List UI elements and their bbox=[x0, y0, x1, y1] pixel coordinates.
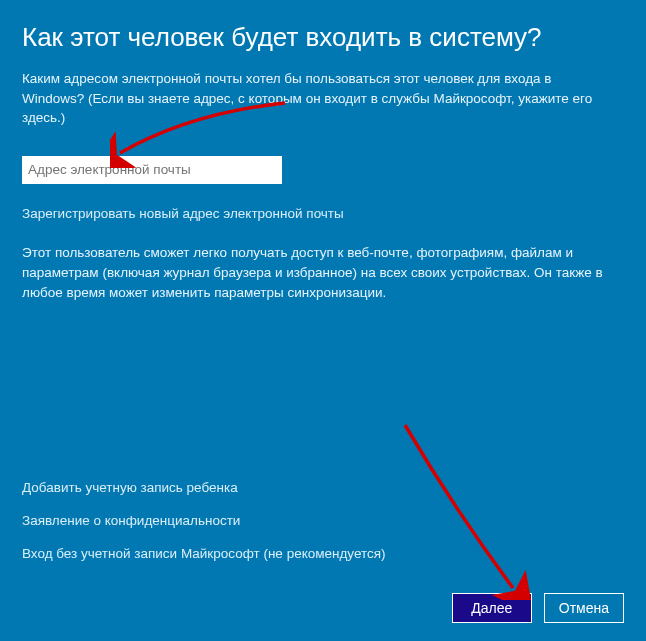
privacy-statement-link[interactable]: Заявление о конфиденциальности bbox=[22, 513, 386, 528]
sign-in-without-ms-account-link[interactable]: Вход без учетной записи Майкрософт (не р… bbox=[22, 546, 386, 561]
info-text: Этот пользователь сможет легко получать … bbox=[22, 243, 622, 304]
next-button[interactable]: Далее bbox=[452, 593, 532, 623]
button-row: Далее Отмена bbox=[452, 593, 624, 623]
cancel-button[interactable]: Отмена bbox=[544, 593, 624, 623]
add-child-account-link[interactable]: Добавить учетную запись ребенка bbox=[22, 480, 386, 495]
register-email-link[interactable]: Зарегистрировать новый адрес электронной… bbox=[22, 206, 624, 221]
email-input[interactable] bbox=[22, 156, 282, 184]
page-title: Как этот человек будет входить в систему… bbox=[22, 22, 624, 53]
bottom-links: Добавить учетную запись ребенка Заявлени… bbox=[22, 480, 386, 561]
subtitle-text: Каким адресом электронной почты хотел бы… bbox=[22, 69, 612, 128]
dialog-container: Как этот человек будет входить в систему… bbox=[0, 0, 646, 641]
